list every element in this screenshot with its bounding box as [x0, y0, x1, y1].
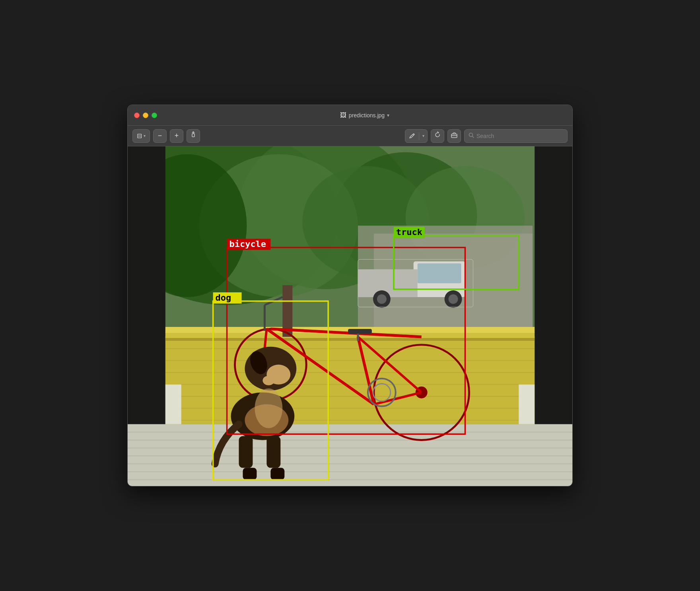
svg-rect-70 — [266, 436, 280, 468]
title-dropdown-arrow[interactable]: ▾ — [387, 113, 389, 118]
zoom-in-icon: + — [175, 132, 179, 140]
svg-text:truck: truck — [396, 227, 422, 237]
app-window: 🖼 predictions.jpg ▾ ⊟ ▾ − + — [127, 105, 573, 486]
rotate-button[interactable] — [431, 129, 444, 143]
toolbar: ⊟ ▾ − + — [128, 126, 572, 146]
zoom-in-button[interactable]: + — [170, 129, 183, 143]
minimize-button[interactable] — [143, 113, 148, 118]
briefcase-icon — [451, 131, 458, 140]
title-area: 🖼 predictions.jpg ▾ — [163, 112, 566, 119]
traffic-lights — [134, 113, 157, 118]
svg-rect-69 — [239, 436, 253, 468]
scene-svg: bicycle dog truck — [128, 146, 572, 486]
svg-rect-59 — [348, 329, 372, 334]
rotate-icon — [434, 131, 441, 140]
file-icon: 🖼 — [340, 112, 346, 119]
window-title: predictions.jpg — [349, 112, 385, 119]
svg-point-44 — [449, 294, 458, 304]
search-box[interactable]: Search — [464, 129, 568, 143]
image-viewer: bicycle dog truck — [128, 146, 572, 486]
svg-rect-17 — [165, 337, 535, 424]
svg-rect-71 — [243, 468, 257, 480]
share-icon — [190, 131, 197, 140]
svg-text:dog: dog — [216, 293, 231, 303]
sidebar-toggle-button[interactable]: ⊟ ▾ — [132, 129, 150, 143]
search-placeholder: Search — [476, 133, 494, 139]
titlebar: 🖼 predictions.jpg ▾ — [128, 105, 572, 126]
svg-rect-37 — [519, 385, 535, 424]
svg-point-42 — [377, 294, 387, 304]
zoom-out-button[interactable]: − — [153, 129, 167, 143]
sidebar-icon: ⊟ — [137, 132, 142, 140]
svg-rect-36 — [165, 385, 181, 424]
svg-rect-40 — [418, 263, 461, 283]
svg-point-66 — [262, 376, 274, 385]
svg-rect-0 — [192, 134, 194, 137]
search-icon — [469, 132, 474, 139]
zoom-out-icon: − — [158, 132, 162, 140]
svg-line-4 — [472, 136, 474, 138]
svg-text:bicycle: bicycle — [229, 239, 266, 249]
svg-rect-72 — [270, 468, 284, 480]
pen-tool-group: ▾ — [405, 129, 428, 143]
briefcase-button[interactable] — [447, 129, 461, 143]
pen-button[interactable] — [405, 129, 419, 143]
close-button[interactable] — [134, 113, 140, 118]
sidebar-dropdown[interactable]: ▾ — [144, 134, 146, 138]
pen-dropdown-button[interactable]: ▾ — [419, 129, 427, 143]
maximize-button[interactable] — [152, 113, 157, 118]
svg-point-73 — [255, 389, 282, 428]
share-button[interactable] — [187, 129, 200, 143]
